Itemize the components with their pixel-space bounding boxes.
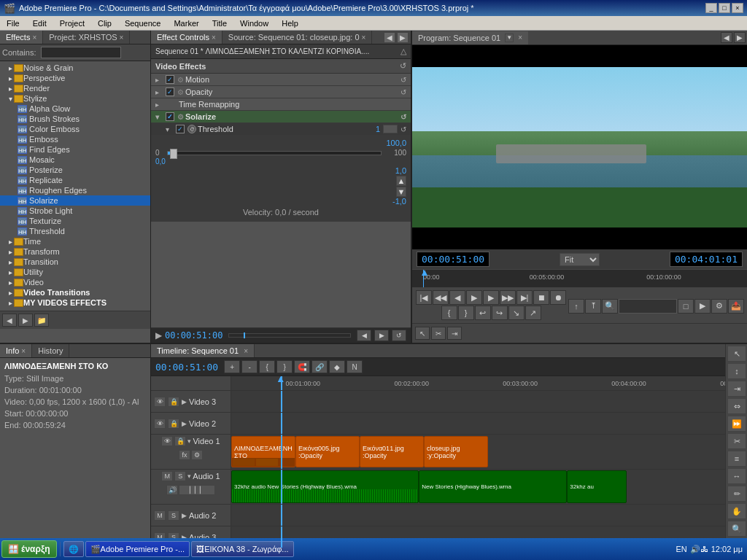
ctrl-step-back[interactable]: |◀ xyxy=(416,290,432,305)
solarize-reset[interactable]: ↺ xyxy=(400,113,406,121)
track-vol-audio1[interactable]: 🔊 xyxy=(166,485,178,495)
tool-slide[interactable]: ↔ xyxy=(727,468,746,484)
ec-nav-left[interactable]: ◀ xyxy=(384,32,395,43)
threshold-value[interactable]: 1 xyxy=(376,125,380,133)
tool-slip[interactable]: ≡ xyxy=(727,451,746,467)
video-effects-reset[interactable]: ↺ xyxy=(400,61,406,71)
time-remap-expand[interactable]: ▸ xyxy=(155,101,164,109)
timeline-timecode-display[interactable]: 00:00:51:00 xyxy=(155,362,218,373)
ec-timecode[interactable]: 00:00:51:00 xyxy=(165,330,222,341)
folder-transform[interactable]: Transform xyxy=(0,246,150,257)
tool-ripple[interactable]: ⇥ xyxy=(727,381,746,397)
tab-ec-close[interactable]: × xyxy=(212,34,216,42)
minimize-button[interactable]: _ xyxy=(705,3,717,13)
effect-item-find-edges[interactable]: HH Find Edges xyxy=(0,144,150,155)
track-content-video3[interactable] xyxy=(231,391,725,412)
program-close[interactable]: × xyxy=(518,34,522,42)
threshold-checkbox[interactable] xyxy=(176,125,185,133)
audio-clip-2[interactable]: New Stories (Highway Blues).wma xyxy=(419,470,567,503)
ctrl-rewind[interactable]: ◀◀ xyxy=(433,290,449,305)
track-mute-audio1[interactable]: M xyxy=(161,471,173,481)
tab-effects[interactable]: Effects × xyxy=(0,31,43,44)
effects-nav-left[interactable]: ◀ xyxy=(2,314,17,327)
track-content-audio1[interactable]: 32khz audio New Stories (Highway Blues).… xyxy=(231,470,725,504)
audio-clip-1[interactable]: 32khz audio New Stories (Highway Blues).… xyxy=(231,470,419,503)
track-eye-video1[interactable]: 👁 xyxy=(161,436,173,446)
tab-timeline[interactable]: Timeline: Sequence 01 × xyxy=(151,344,255,357)
ctrl-fast-forward[interactable]: ▶▶ xyxy=(500,290,516,305)
menu-help[interactable]: Help xyxy=(279,18,301,28)
ec-play-btn[interactable]: ▶ xyxy=(155,330,162,341)
clip-limnodexameni[interactable]: ΛΙΜΝΟΔΕΞΑΜΕΝΗ ΣΤΟ xyxy=(231,436,295,467)
tool-hand[interactable]: ✋ xyxy=(727,503,746,519)
threshold-adjust-up[interactable]: ▲ xyxy=(396,176,406,186)
folder-utility[interactable]: Utility xyxy=(0,267,150,277)
tab-program[interactable]: Program: Sequence 01 ▼ × xyxy=(412,31,528,44)
program-dropdown[interactable]: ▼ xyxy=(505,34,514,42)
tl-btn-set-out[interactable]: } xyxy=(276,360,293,373)
ctrl-back-frame[interactable]: ◀ xyxy=(449,290,465,305)
menu-edit[interactable]: Edit xyxy=(30,18,50,28)
track-eye-video3[interactable]: 👁 xyxy=(154,397,166,407)
ec-bar-left[interactable]: ◀ xyxy=(357,330,371,341)
clip-eikona011[interactable]: Εικόνα011.jpg :Opacity xyxy=(360,436,424,467)
ctrl-zoom-in[interactable]: 🔍 xyxy=(602,299,618,314)
solarize-checkbox[interactable] xyxy=(166,112,174,121)
track-vol-slider[interactable]: ▏▏▏ xyxy=(179,485,215,495)
effects-nav-right[interactable]: ▶ xyxy=(18,314,33,327)
track-solo-audio2[interactable]: S xyxy=(168,510,179,521)
track-expand-video1[interactable]: ▾ xyxy=(187,438,191,445)
ec-bar-reset[interactable]: ↺ xyxy=(392,330,406,341)
opacity-reset[interactable]: ↺ xyxy=(400,88,406,96)
search-input[interactable] xyxy=(41,47,121,58)
track-solo-audio1[interactable]: S xyxy=(174,471,186,481)
track-expand-audio2[interactable]: ▶ xyxy=(182,512,187,519)
audio-clip-3[interactable]: 32khz au xyxy=(567,470,626,503)
jog-shuttle[interactable] xyxy=(619,299,677,314)
tab-effect-controls[interactable]: Effect Controls × xyxy=(151,31,222,44)
tl-btn-set-in[interactable]: { xyxy=(259,360,275,373)
clip-closeup[interactable]: closeup.jpg :y:Opacity xyxy=(424,436,488,467)
taskbar-premiere[interactable]: 🎬 Adobe Premiere Pro -... xyxy=(85,541,190,557)
taskbar-paint[interactable]: 🖼 ΕΙΚΟΝΑ 38 - Ζωγράφ... xyxy=(191,541,293,557)
motion-expand[interactable]: ▸ xyxy=(155,76,164,84)
threshold-adjust-down[interactable]: ▼ xyxy=(396,187,406,197)
timecode-left[interactable]: 00:00:51:00 xyxy=(417,252,489,267)
tab-source-close[interactable]: × xyxy=(362,34,366,42)
track-lock-video2[interactable]: 🔒 xyxy=(168,419,179,429)
effect-item-emboss[interactable]: HH Emboss xyxy=(0,134,150,144)
effect-item-posterize[interactable]: HH Posterize xyxy=(0,165,150,175)
tool-pen[interactable]: ✏ xyxy=(727,486,746,502)
tab-effects-close[interactable]: × xyxy=(32,34,36,42)
effect-item-threshold[interactable]: HH Threshold xyxy=(0,226,150,236)
taskbar-ie[interactable]: 🌐 xyxy=(63,541,84,557)
track-lock-video3[interactable]: 🔒 xyxy=(168,397,179,407)
tab-history[interactable]: History xyxy=(32,344,69,357)
folder-video-transitions[interactable]: Video Transitions xyxy=(0,287,150,298)
ctrl-overwrite[interactable]: ↗ xyxy=(525,306,541,320)
ctrl-export[interactable]: 📤 xyxy=(728,299,744,314)
effect-item-solarize[interactable]: HH Solarize xyxy=(0,195,150,206)
track-fx-video1[interactable]: fx xyxy=(179,450,190,460)
ctrl-output[interactable]: ▶ xyxy=(694,299,711,314)
menu-clip[interactable]: Clip xyxy=(95,18,115,28)
ctrl-extract[interactable]: ⤒ xyxy=(585,299,601,314)
program-nav-left[interactable]: ◀ xyxy=(721,32,732,43)
folder-perspective[interactable]: Perspective xyxy=(0,73,150,83)
effect-item-mosaic[interactable]: HH Mosaic xyxy=(0,155,150,165)
threshold-slider-thumb[interactable] xyxy=(170,149,177,159)
tl-btn-zoom-in[interactable]: + xyxy=(224,360,240,373)
ctrl-mark-out[interactable]: } xyxy=(458,306,474,320)
effect-item-texturize[interactable]: HH Texturize xyxy=(0,216,150,226)
ctrl-settings[interactable]: ⚙ xyxy=(711,299,727,314)
tool-zoom[interactable]: 🔍 xyxy=(727,521,746,537)
tl-btn-numbered[interactable]: N xyxy=(347,360,363,373)
menu-marker[interactable]: Marker xyxy=(171,18,201,28)
folder-time[interactable]: Time xyxy=(0,236,150,246)
opacity-checkbox[interactable] xyxy=(166,88,174,96)
timecode-right[interactable]: 00:04:01:01 xyxy=(670,252,743,267)
menu-title[interactable]: Title xyxy=(209,18,230,28)
tab-info[interactable]: Info × xyxy=(0,344,32,357)
tab-project[interactable]: Project: XRHSTOS × xyxy=(43,31,130,44)
folder-video[interactable]: Video xyxy=(0,277,150,287)
